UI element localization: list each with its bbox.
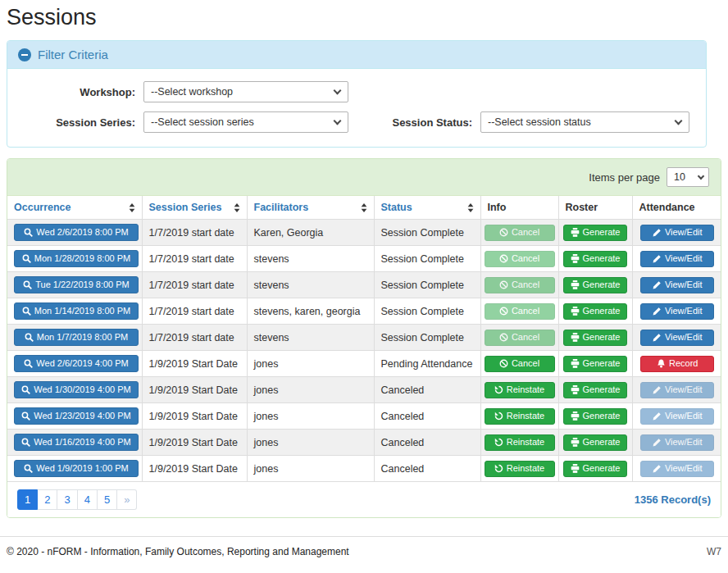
- print-icon: [571, 464, 580, 473]
- facilitators-value: Karen, Georgia: [254, 227, 324, 239]
- roster-button[interactable]: Generate: [563, 277, 627, 293]
- attendance-cell: View/Edit: [632, 272, 721, 298]
- occurrence-cell: Mon 1/7/2019 8:00 PM: [7, 325, 142, 351]
- attendance-button[interactable]: View/Edit: [640, 408, 714, 425]
- roster-button[interactable]: Generate: [563, 382, 627, 398]
- facilitators-value: jones: [254, 411, 279, 422]
- info-button[interactable]: Reinstate: [485, 382, 555, 398]
- column-header-session-series[interactable]: Session Series: [142, 196, 247, 220]
- attendance-button[interactable]: Record: [640, 356, 714, 372]
- search-icon: [23, 280, 32, 289]
- occurrence-button[interactable]: Wed 2/6/2019 4:00 PM: [14, 355, 139, 372]
- attendance-button[interactable]: View/Edit: [640, 382, 714, 398]
- page-button-5[interactable]: 5: [98, 489, 117, 510]
- status-cell: Session Complete: [374, 220, 480, 246]
- collapse-minus-icon[interactable]: [18, 48, 31, 61]
- attendance-cell: View/Edit: [632, 430, 721, 456]
- occurrence-cell: Wed 1/9/2019 1:00 PM: [7, 456, 142, 482]
- print-icon: [571, 307, 580, 316]
- occurrence-button[interactable]: Tue 1/22/2019 8:00 PM: [14, 276, 139, 293]
- column-header-status[interactable]: Status: [374, 196, 480, 220]
- facilitators-cell: jones: [247, 377, 374, 403]
- page-next-button[interactable]: »: [117, 489, 137, 510]
- facilitators-value: jones: [254, 384, 279, 396]
- info-cell: Cancel: [480, 298, 558, 325]
- table-row: Wed 1/30/2019 4:00 PM 1/9/2019 Start Dat…: [7, 377, 721, 403]
- roster-button[interactable]: Generate: [563, 461, 627, 477]
- info-button[interactable]: Reinstate: [485, 408, 555, 425]
- session-series-cell: 1/7/2019 start date: [142, 272, 247, 298]
- page-button-2[interactable]: 2: [38, 489, 57, 510]
- occurrence-button[interactable]: Mon 1/14/2019 8:00 PM: [14, 302, 139, 320]
- table-row: Tue 1/22/2019 8:00 PM 1/7/2019 start dat…: [7, 272, 721, 298]
- occurrence-label: Wed 1/23/2019 4:00 PM: [34, 412, 130, 421]
- info-button[interactable]: Cancel: [485, 277, 555, 293]
- info-button[interactable]: Cancel: [485, 251, 555, 267]
- info-cell: Cancel: [480, 351, 558, 377]
- items-per-page-select[interactable]: 10: [667, 167, 709, 187]
- attendance-button[interactable]: View/Edit: [640, 277, 714, 293]
- status-value: Session Complete: [381, 332, 464, 343]
- occurrence-button[interactable]: Wed 2/6/2019 8:00 PM: [14, 224, 139, 241]
- attendance-cell: View/Edit: [632, 298, 721, 325]
- ban-icon: [499, 307, 508, 316]
- attendance-button[interactable]: View/Edit: [640, 434, 714, 451]
- facilitators-value: jones: [254, 358, 279, 370]
- occurrence-label: Tue 1/22/2019 8:00 PM: [35, 280, 130, 289]
- info-button[interactable]: Cancel: [485, 356, 555, 372]
- column-header-info: Info: [480, 196, 558, 220]
- page-button-4[interactable]: 4: [78, 489, 98, 510]
- workshop-select[interactable]: --Select workshop: [143, 81, 348, 102]
- roster-button[interactable]: Generate: [563, 330, 627, 346]
- sessions-table: Occurrence Session Series Facilitators S…: [7, 196, 721, 482]
- status-value: Canceled: [381, 411, 425, 422]
- roster-button[interactable]: Generate: [563, 356, 627, 372]
- occurrence-cell: Mon 1/28/2019 8:00 PM: [7, 246, 142, 272]
- info-button[interactable]: Cancel: [485, 303, 555, 320]
- ban-icon: [499, 280, 508, 289]
- session-series-value: 1/7/2019 start date: [149, 332, 234, 343]
- facilitators-cell: Karen, Georgia: [247, 220, 374, 246]
- roster-cell: Generate: [558, 377, 632, 403]
- column-header-facilitators[interactable]: Facilitators: [247, 196, 374, 220]
- info-button[interactable]: Reinstate: [485, 461, 555, 477]
- column-header-occurrence[interactable]: Occurrence: [7, 196, 142, 220]
- roster-button[interactable]: Generate: [563, 303, 627, 320]
- session-series-select[interactable]: --Select session series: [143, 111, 348, 133]
- attendance-button[interactable]: View/Edit: [640, 303, 714, 320]
- column-header-roster: Roster: [558, 196, 632, 220]
- status-value: Canceled: [381, 437, 425, 448]
- occurrence-button[interactable]: Mon 1/28/2019 8:00 PM: [14, 250, 139, 267]
- occurrence-cell: Wed 1/30/2019 4:00 PM: [7, 377, 142, 403]
- table-row: Wed 1/23/2019 4:00 PM 1/9/2019 Start Dat…: [7, 403, 721, 430]
- attendance-button[interactable]: View/Edit: [640, 251, 714, 267]
- roster-button[interactable]: Generate: [563, 225, 627, 241]
- page-button-3[interactable]: 3: [57, 489, 77, 510]
- roster-button[interactable]: Generate: [563, 251, 627, 267]
- session-status-select[interactable]: --Select session status: [480, 111, 689, 133]
- attendance-button[interactable]: View/Edit: [640, 225, 714, 241]
- roster-button[interactable]: Generate: [563, 408, 627, 425]
- info-button[interactable]: Reinstate: [485, 434, 555, 451]
- attendance-button[interactable]: View/Edit: [640, 330, 714, 346]
- filter-criteria-header[interactable]: Filter Criteria: [7, 41, 706, 69]
- occurrence-button[interactable]: Wed 1/16/2019 4:00 PM: [14, 434, 139, 451]
- facilitators-cell: stevens: [247, 325, 374, 351]
- occurrence-button[interactable]: Mon 1/7/2019 8:00 PM: [14, 329, 139, 346]
- info-button[interactable]: Cancel: [485, 330, 555, 346]
- page-button-1[interactable]: 1: [17, 489, 38, 510]
- attendance-cell: View/Edit: [632, 325, 721, 351]
- status-cell: Session Complete: [374, 272, 480, 298]
- occurrence-cell: Tue 1/22/2019 8:00 PM: [7, 272, 142, 298]
- occurrence-button[interactable]: Wed 1/30/2019 4:00 PM: [14, 381, 139, 398]
- status-value: Session Complete: [381, 306, 464, 317]
- print-icon: [571, 333, 580, 342]
- roster-button[interactable]: Generate: [563, 434, 627, 451]
- occurrence-button[interactable]: Wed 1/23/2019 4:00 PM: [14, 407, 139, 425]
- column-label: Occurrence: [14, 202, 71, 213]
- table-header-row: Occurrence Session Series Facilitators S…: [7, 196, 721, 220]
- pencil-icon: [653, 438, 662, 447]
- occurrence-button[interactable]: Wed 1/9/2019 1:00 PM: [14, 460, 139, 477]
- attendance-button[interactable]: View/Edit: [640, 461, 714, 477]
- info-button[interactable]: Cancel: [485, 225, 555, 241]
